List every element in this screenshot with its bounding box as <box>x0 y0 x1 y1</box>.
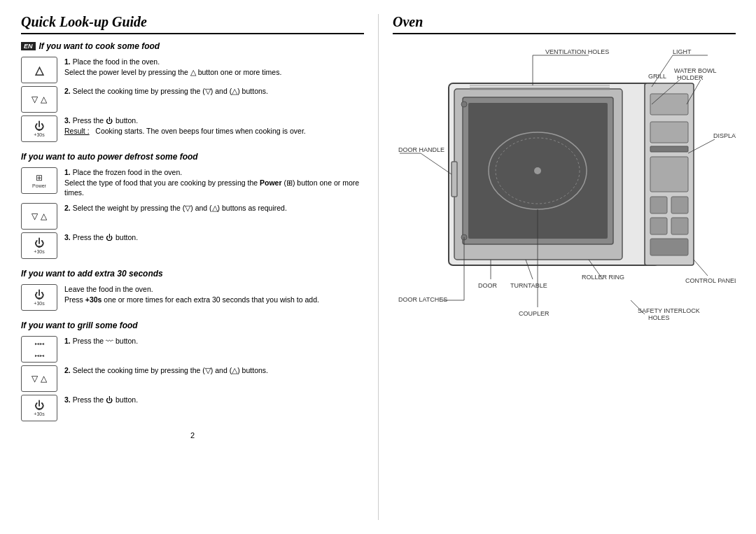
defrost-step-3: ⏻ +30s 3.Press the ⏻ button. <box>21 232 364 259</box>
cook-step-2: ▽ △ 2.Select the cooking time by pressin… <box>21 86 364 113</box>
svg-rect-16 <box>650 239 688 255</box>
section-extra30: If you want to add extra 30 seconds ⏻ +3… <box>21 269 364 311</box>
svg-rect-17 <box>451 162 457 197</box>
button-arrows-3: ▽ △ <box>21 365 57 392</box>
section-cook-title: EN If you want to cook some food <box>21 41 364 51</box>
defrost-step-1: ⊞ Power 1.Place the frozen food in the o… <box>21 167 364 200</box>
button-grill: ꟷꟷꟷꟷ <box>21 336 57 363</box>
svg-rect-10 <box>650 146 688 152</box>
button-power-30s-2: ⏻ +30s <box>21 232 57 259</box>
left-column: Quick Look-up Guide EN If you want to co… <box>21 14 364 520</box>
button-power-30s-1: ⏻ +30s <box>21 115 57 142</box>
label-safety-interlock-1: SAFETY INTERLOCK <box>638 307 700 314</box>
section-cook: EN If you want to cook some food △ 1.Pla… <box>21 41 364 142</box>
right-title: Oven <box>393 14 736 30</box>
label-display: DISPLAY <box>713 132 736 139</box>
left-title: Quick Look-up Guide <box>21 14 364 30</box>
svg-rect-12 <box>650 197 667 213</box>
grill-step-3: ⏻ +30s 3.Press the ⏻ button. <box>21 395 364 421</box>
label-door-handle: DOOR HANDLE <box>398 146 444 153</box>
oven-svg: VENTILATION HOLES LIGHT DOOR HANDLE GRIL… <box>393 41 736 517</box>
label-water-bowl-holder: WATER BOWL <box>674 67 717 74</box>
svg-rect-9 <box>650 122 688 143</box>
left-header: Quick Look-up Guide <box>21 14 364 34</box>
extra30-step-1: ⏻ +30s Leave the food in the oven. Press… <box>21 284 364 311</box>
section-grill-title: If you want to grill some food <box>21 321 364 330</box>
button-arrows-2: ▽ △ <box>21 203 57 230</box>
label-control-panel: CONTROL PANEL <box>685 277 736 284</box>
button-arrows-1: ▽ △ <box>21 86 57 113</box>
button-power-30s-3: ⏻ +30s <box>21 284 57 311</box>
button-power-30s-4: ⏻ +30s <box>21 395 57 421</box>
cook-step-1: △ 1.Place the food in the oven. Select t… <box>21 57 364 83</box>
svg-rect-11 <box>650 157 688 192</box>
page-number: 2 <box>21 431 364 440</box>
section-defrost-title: If you want to auto power defrost some f… <box>21 152 364 162</box>
svg-point-6 <box>534 167 541 174</box>
svg-line-27 <box>421 153 451 174</box>
svg-rect-15 <box>671 218 688 234</box>
oven-diagram: VENTILATION HOLES LIGHT DOOR HANDLE GRIL… <box>393 41 736 489</box>
svg-line-34 <box>694 260 708 276</box>
label-safety-interlock-2: HOLES <box>648 314 670 321</box>
defrost-step-2: ▽ △ 2.Select the weight by pressing the … <box>21 203 364 230</box>
right-header: Oven <box>393 14 736 34</box>
label-door: DOOR <box>478 282 498 289</box>
svg-rect-8 <box>650 94 688 115</box>
label-light: LIGHT <box>673 48 692 55</box>
en-badge: EN <box>21 42 36 50</box>
svg-rect-14 <box>650 218 667 234</box>
label-ventilation: VENTILATION HOLES <box>545 48 609 55</box>
right-column: Oven <box>393 14 736 520</box>
svg-line-25 <box>652 55 673 87</box>
section-grill: If you want to grill some food ꟷꟷꟷꟷ 1.Pr… <box>21 321 364 421</box>
button-triangle: △ <box>21 57 57 83</box>
section-extra30-title: If you want to add extra 30 seconds <box>21 269 364 279</box>
cook-step-3: ⏻ +30s 3.Press the ⏻ button. Result : Co… <box>21 115 364 142</box>
grill-step-2: ▽ △ 2.Select the cooking time by pressin… <box>21 365 364 392</box>
column-divider <box>378 14 379 520</box>
section-defrost: If you want to auto power defrost some f… <box>21 152 364 259</box>
svg-rect-13 <box>671 197 688 213</box>
svg-text:HOLDER: HOLDER <box>677 74 704 81</box>
button-power-grid: ⊞ Power <box>21 167 57 194</box>
label-grill: GRILL <box>648 73 666 80</box>
svg-point-18 <box>461 101 467 107</box>
grill-step-1: ꟷꟷꟷꟷ 1.Press the 〰 button. <box>21 336 364 363</box>
label-roller-ring: ROLLER RING <box>582 274 624 281</box>
label-door-latches: DOOR LATCHES <box>398 296 447 303</box>
label-turntable: TURNTABLE <box>510 282 547 289</box>
label-coupler: COUPLER <box>519 310 550 317</box>
